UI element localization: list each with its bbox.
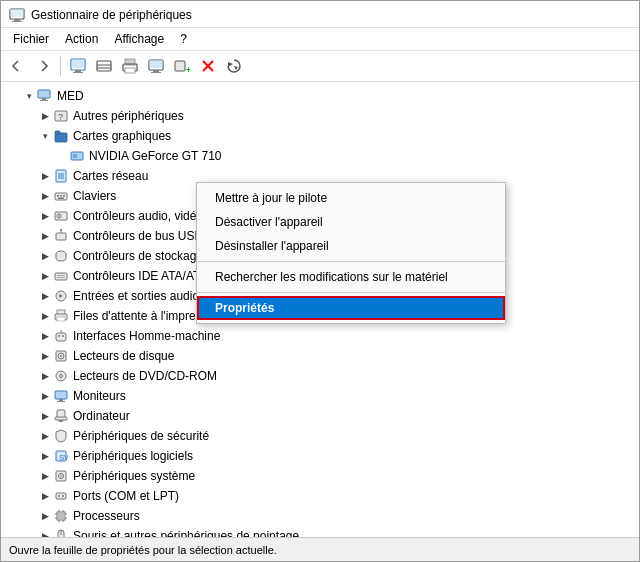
computer-icon: [37, 88, 53, 104]
remove-button[interactable]: [196, 54, 220, 78]
tree-root[interactable]: ▾ MED: [1, 86, 639, 106]
svg-rect-39: [60, 195, 62, 197]
svg-rect-26: [40, 100, 48, 101]
svg-rect-55: [57, 317, 65, 321]
expand-btn[interactable]: ▶: [37, 168, 53, 184]
list-item[interactable]: ▶ Lecteurs de disque: [1, 346, 639, 366]
context-menu-separator2: [197, 292, 505, 293]
svg-marker-23: [234, 66, 238, 70]
view-button[interactable]: [92, 54, 116, 78]
context-menu-update-driver[interactable]: Mettre à jour le pilote: [197, 186, 505, 210]
svg-rect-82: [58, 513, 64, 519]
list-item[interactable]: ▶ Périphériques système: [1, 466, 639, 486]
list-item[interactable]: ▶ Périphériques de sécurité: [1, 426, 639, 446]
svg-marker-22: [228, 62, 233, 67]
svg-rect-51: [57, 277, 65, 278]
svg-point-44: [58, 215, 60, 217]
back-button[interactable]: [5, 54, 29, 78]
expand-btn[interactable]: ▶: [37, 388, 53, 404]
mouse-icon: [53, 528, 69, 537]
ports-icon: [53, 488, 69, 504]
list-item[interactable]: ▶ Lecteurs de DVD/CD-ROM: [1, 366, 639, 386]
expand-btn[interactable]: ▶: [37, 448, 53, 464]
update-button[interactable]: [222, 54, 246, 78]
svg-point-65: [61, 376, 62, 377]
expand-btn[interactable]: ▶: [37, 428, 53, 444]
svg-point-79: [62, 495, 64, 497]
list-item[interactable]: ▶ SW Périphériques logiciels: [1, 446, 639, 466]
item-label: Cartes graphiques: [73, 129, 171, 143]
dvd-icon: [53, 368, 69, 384]
list-item[interactable]: ▾ Cartes graphiques: [1, 126, 639, 146]
expand-root[interactable]: ▾: [21, 88, 37, 104]
list-item[interactable]: ▶ Ordinateur: [1, 406, 639, 426]
svg-point-57: [58, 335, 60, 337]
list-item[interactable]: ▶ ? Autres périphériques: [1, 106, 639, 126]
svg-rect-71: [55, 417, 67, 420]
expand-btn[interactable]: ▶: [37, 368, 53, 384]
expand-btn[interactable]: ▶: [37, 528, 53, 537]
item-label: Périphériques système: [73, 469, 195, 483]
expand-btn[interactable]: ▶: [37, 188, 53, 204]
expand-btn[interactable]: ▶: [37, 408, 53, 424]
keyboard-icon: [53, 188, 69, 204]
menu-action[interactable]: Action: [57, 30, 106, 48]
context-menu-scan[interactable]: Rechercher les modifications sur le maté…: [197, 265, 505, 289]
monitor-icon: [53, 388, 69, 404]
list-item[interactable]: ▶ Interfaces Homme-machine: [1, 326, 639, 346]
menu-fichier[interactable]: Fichier: [5, 30, 57, 48]
add-button[interactable]: +: [170, 54, 194, 78]
item-label: Périphériques logiciels: [73, 449, 193, 463]
svg-rect-1: [14, 19, 20, 21]
svg-rect-41: [58, 198, 64, 200]
item-label: Contrôleurs de stockage: [73, 249, 203, 263]
svg-rect-3: [10, 9, 24, 17]
expand-btn[interactable]: ▶: [37, 508, 53, 524]
context-menu-uninstall[interactable]: Désinstaller l'appareil: [197, 234, 505, 258]
svg-rect-80: [57, 498, 65, 500]
expand-btn[interactable]: ▶: [37, 228, 53, 244]
list-item[interactable]: ▶ Ports (COM et LPT): [1, 486, 639, 506]
svg-rect-15: [149, 60, 163, 68]
computer-icon: [53, 408, 69, 424]
svg-rect-5: [71, 59, 85, 68]
title-bar-icon: [9, 7, 25, 23]
expand-btn[interactable]: ▶: [37, 348, 53, 364]
print-button[interactable]: [118, 54, 142, 78]
main-content: ▾ MED ▶ ? Autres périphérique: [1, 82, 639, 537]
expand-btn[interactable]: ▶: [37, 488, 53, 504]
item-label: Entrées et sorties audio: [73, 289, 199, 303]
list-item[interactable]: ▶ Souris et autres périphériques de poin…: [1, 526, 639, 537]
cpu-icon: [53, 508, 69, 524]
ide-icon: [53, 268, 69, 284]
system-icon: [53, 468, 69, 484]
forward-button[interactable]: [31, 54, 55, 78]
svg-rect-30: [55, 131, 60, 134]
svg-point-47: [60, 229, 62, 231]
menu-affichage[interactable]: Affichage: [106, 30, 172, 48]
expand-btn[interactable]: ▶: [37, 328, 53, 344]
expand-btn[interactable]: ▶: [37, 468, 53, 484]
svg-text:SW: SW: [59, 453, 68, 462]
nvidia-item[interactable]: NVIDIA GeForce GT 710: [1, 146, 639, 166]
context-menu-disable[interactable]: Désactiver l'appareil: [197, 210, 505, 234]
svg-point-76: [60, 475, 62, 477]
menu-help[interactable]: ?: [172, 30, 195, 48]
item-label: Souris et autres périphériques de pointa…: [73, 529, 299, 537]
expand-btn[interactable]: ▶: [37, 108, 53, 124]
expand-btn[interactable]: ▶: [37, 208, 53, 224]
expand-btn[interactable]: ▶: [37, 268, 53, 284]
computer-button[interactable]: [144, 54, 168, 78]
expand-btn[interactable]: ▶: [37, 288, 53, 304]
context-menu-properties[interactable]: Propriétés: [197, 296, 505, 320]
list-item[interactable]: ▶ Moniteurs: [1, 386, 639, 406]
item-label: NVIDIA GeForce GT 710: [89, 149, 222, 163]
list-item[interactable]: ▶ Processeurs: [1, 506, 639, 526]
svg-rect-40: [63, 195, 65, 197]
toolbar: +: [1, 51, 639, 82]
svg-rect-17: [151, 72, 161, 73]
scan-button[interactable]: [66, 54, 90, 78]
expand-btn[interactable]: ▶: [37, 248, 53, 264]
expand-btn[interactable]: ▾: [37, 128, 53, 144]
expand-btn[interactable]: ▶: [37, 308, 53, 324]
